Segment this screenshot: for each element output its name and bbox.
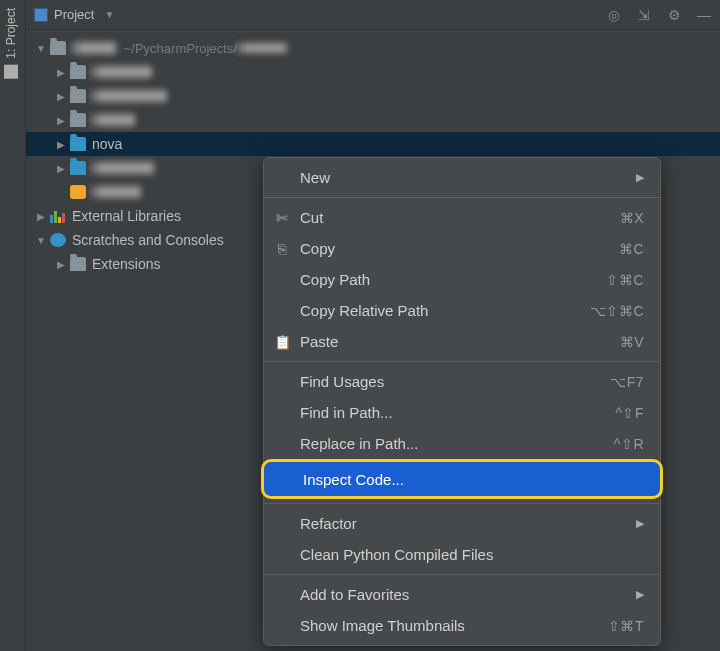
menu-item-shortcut: ⌘X	[620, 210, 644, 226]
menu-separator	[264, 503, 660, 504]
copy-icon: ⎘	[274, 241, 290, 257]
tree-item-label: Extensions	[92, 256, 160, 272]
tree-item-label	[92, 162, 154, 174]
scratches-icon	[50, 233, 66, 247]
expand-arrow-icon[interactable]	[34, 235, 48, 246]
folder-icon	[70, 113, 86, 127]
gear-icon[interactable]: ⚙	[666, 7, 682, 23]
tree-item-label: nova	[92, 136, 122, 152]
menu-item-label: Find Usages	[300, 373, 384, 390]
tree-row[interactable]	[26, 60, 720, 84]
menu-item-shortcut: ⌘V	[620, 334, 644, 350]
paste-icon: 📋	[274, 334, 290, 350]
project-tool-icon	[4, 65, 18, 79]
expand-arrow-icon[interactable]	[54, 163, 68, 174]
collapse-icon[interactable]: ⇲	[636, 7, 652, 23]
tree-row[interactable]	[26, 108, 720, 132]
expand-arrow-icon[interactable]	[34, 211, 48, 222]
menu-item-cut[interactable]: ✄Cut⌘X	[264, 202, 660, 233]
folder-icon	[50, 41, 66, 55]
menu-item-label: Copy	[300, 240, 335, 257]
menu-item-clean-python-compiled-files[interactable]: Clean Python Compiled Files	[264, 539, 660, 570]
menu-item-shortcut: ⌥⇧⌘C	[590, 303, 644, 319]
menu-item-shortcut: ⇧⌘C	[606, 272, 644, 288]
tree-item-label	[72, 42, 116, 54]
menu-item-label: Inspect Code...	[303, 471, 404, 488]
menu-item-copy[interactable]: ⎘Copy⌘C	[264, 233, 660, 264]
tree-item-path: ~/PycharmProjects/	[124, 41, 287, 56]
minimize-icon[interactable]: —	[696, 7, 712, 23]
menu-item-shortcut: ⌘C	[619, 241, 644, 257]
tree-item-label: External Libraries	[72, 208, 181, 224]
menu-item-label: Show Image Thumbnails	[300, 617, 465, 634]
menu-item-shortcut: ^⇧F	[615, 405, 644, 421]
menu-item-copy-relative-path[interactable]: Copy Relative Path⌥⇧⌘C	[264, 295, 660, 326]
menu-item-label: Find in Path...	[300, 404, 393, 421]
menu-item-label: Add to Favorites	[300, 586, 409, 603]
tree-item-label	[92, 186, 141, 198]
menu-item-new[interactable]: New▶	[264, 162, 660, 193]
folder-icon	[70, 161, 86, 175]
menu-item-find-usages[interactable]: Find Usages⌥F7	[264, 366, 660, 397]
menu-item-paste[interactable]: 📋Paste⌘V	[264, 326, 660, 357]
menu-separator	[264, 574, 660, 575]
project-view-selector[interactable]: Project ▼	[34, 7, 114, 22]
folder-icon	[70, 65, 86, 79]
menu-item-label: Paste	[300, 333, 338, 350]
expand-arrow-icon[interactable]	[54, 259, 68, 270]
expand-arrow-icon[interactable]	[54, 115, 68, 126]
menu-item-label: Cut	[300, 209, 323, 226]
menu-item-refactor[interactable]: Refactor▶	[264, 508, 660, 539]
tree-item-label	[92, 90, 167, 102]
expand-arrow-icon[interactable]	[34, 43, 48, 54]
submenu-arrow-icon: ▶	[636, 517, 644, 530]
menu-item-shortcut: ^⇧R	[614, 436, 644, 452]
panel-header: Project ▼ ◎ ⇲ ⚙ —	[26, 0, 720, 30]
libraries-icon	[50, 209, 66, 223]
tree-row[interactable]	[26, 84, 720, 108]
menu-item-copy-path[interactable]: Copy Path⇧⌘C	[264, 264, 660, 295]
menu-item-replace-in-path[interactable]: Replace in Path...^⇧R	[264, 428, 660, 459]
menu-item-label: Copy Relative Path	[300, 302, 428, 319]
target-icon[interactable]: ◎	[606, 7, 622, 23]
tree-item-label: Scratches and Consoles	[72, 232, 224, 248]
menu-item-label: Replace in Path...	[300, 435, 418, 452]
project-icon	[34, 8, 48, 22]
folder-icon	[70, 257, 86, 271]
submenu-arrow-icon: ▶	[636, 171, 644, 184]
python-file-icon	[70, 185, 86, 199]
folder-icon	[70, 89, 86, 103]
menu-item-inspect-code[interactable]: Inspect Code...	[261, 459, 663, 499]
menu-item-shortcut: ⇧⌘T	[608, 618, 644, 634]
expand-arrow-icon[interactable]	[54, 91, 68, 102]
menu-item-label: Refactor	[300, 515, 357, 532]
menu-item-find-in-path[interactable]: Find in Path...^⇧F	[264, 397, 660, 428]
tree-item-label	[92, 114, 135, 126]
sidebar-tab-label: 1: Project	[4, 8, 18, 59]
cut-icon: ✄	[274, 210, 290, 226]
tree-item-label	[92, 66, 152, 78]
menu-item-show-image-thumbnails[interactable]: Show Image Thumbnails⇧⌘T	[264, 610, 660, 641]
expand-arrow-icon[interactable]	[54, 139, 68, 150]
menu-item-add-to-favorites[interactable]: Add to Favorites▶	[264, 579, 660, 610]
expand-arrow-icon[interactable]	[54, 67, 68, 78]
menu-item-label: Copy Path	[300, 271, 370, 288]
menu-item-label: New	[300, 169, 330, 186]
panel-title: Project	[54, 7, 94, 22]
submenu-arrow-icon: ▶	[636, 588, 644, 601]
tree-row[interactable]: ~/PycharmProjects/	[26, 36, 720, 60]
context-menu: New▶✄Cut⌘X⎘Copy⌘CCopy Path⇧⌘CCopy Relati…	[263, 157, 661, 646]
sidebar-tool-tab[interactable]: 1: Project	[0, 0, 26, 651]
tree-row[interactable]: nova	[26, 132, 720, 156]
menu-separator	[264, 197, 660, 198]
folder-icon	[70, 137, 86, 151]
menu-item-label: Clean Python Compiled Files	[300, 546, 493, 563]
menu-separator	[264, 361, 660, 362]
menu-item-shortcut: ⌥F7	[610, 374, 644, 390]
chevron-down-icon: ▼	[104, 9, 114, 20]
